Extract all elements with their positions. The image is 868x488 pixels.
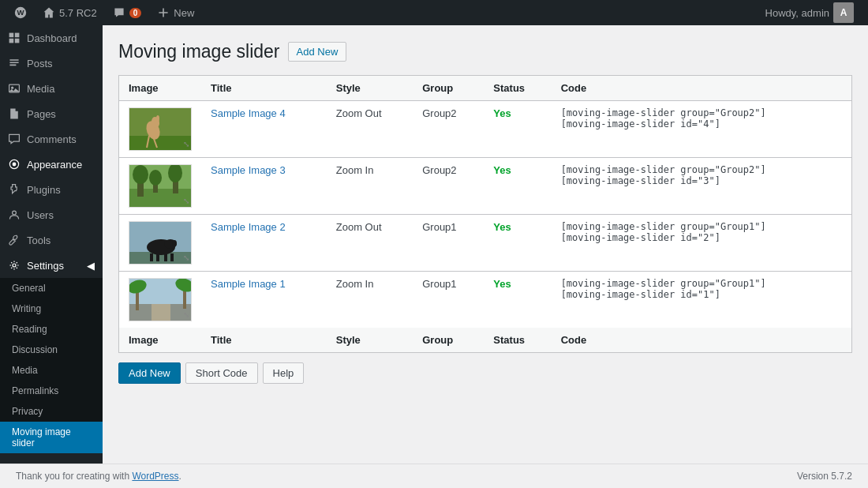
help-button[interactable]: Help [263,362,305,384]
new-label: New [174,7,194,19]
short-code-button[interactable]: Short Code [185,362,258,384]
group-cell-4: Group1 [413,272,484,328]
site-name-item[interactable]: 5.7 RC2 [35,0,105,25]
wp-footer: Thank you for creating with WordPress. V… [0,464,868,488]
svg-rect-33 [156,253,159,261]
sidebar-sub-writing[interactable]: Writing [0,298,103,319]
sub-label-permalinks: Permalinks [12,385,58,396]
svg-rect-4 [9,39,14,43]
comment-icon [113,6,125,19]
sidebar-label-comments: Comments [27,133,77,145]
status-cell-2: Yes [484,158,551,215]
settings-arrow: ◀ [87,260,95,272]
sidebar-sub-media[interactable]: Media [0,360,103,381]
new-item[interactable]: New [149,0,202,25]
sub-label-general: General [12,283,46,294]
col-footer-title: Title [201,328,327,353]
svg-rect-5 [15,39,20,43]
sidebar-item-appearance[interactable]: Appearance [0,152,103,177]
footer-version: Version 5.7.2 [797,471,852,482]
footer-thank-text: Thank you for creating with [16,471,132,482]
add-new-header-button[interactable]: Add New [288,42,347,62]
items-table: Image Title Style Group Status Code ⤡ Sa… [118,75,852,353]
status-cell-4: Yes [484,272,551,328]
sidebar-label-tools: Tools [27,235,51,246]
sidebar-sub-permalinks[interactable]: Permalinks [0,381,103,401]
title-cell-4: Sample Image 1 [201,272,327,328]
svg-rect-32 [150,253,153,261]
col-footer-style: Style [327,328,413,353]
sidebar-label-media: Media [27,83,54,95]
col-footer-code: Code [552,328,852,353]
settings-submenu: General Writing Reading Discussion Media… [0,278,103,453]
group-cell-2: Group2 [413,158,484,215]
svg-rect-3 [15,33,20,38]
sidebar-sub-privacy[interactable]: Privacy [0,401,103,422]
svg-point-7 [11,87,13,89]
comments-icon [8,133,21,145]
content-area: Moving image slider Add New Image Title … [103,25,868,464]
sidebar-item-posts[interactable]: Posts [0,51,103,76]
sidebar-item-tools[interactable]: Tools [0,227,103,253]
site-version-label: 5.7 RC2 [59,7,97,19]
wordpress-link[interactable]: WordPress [132,471,178,482]
plugins-icon [8,183,21,196]
svg-point-36 [172,240,177,246]
svg-rect-35 [170,253,174,261]
wp-logo-icon: W [14,6,27,19]
comments-item[interactable]: 0 [105,0,150,25]
status-cell-1: Yes [484,101,551,158]
action-buttons: Add New Short Code Help [118,362,852,384]
page-title: Moving image slider [118,41,280,62]
sidebar-item-pages[interactable]: Pages [0,101,103,126]
image-cell-4: ⤡ [119,272,202,328]
title-link-1[interactable]: Sample Image 4 [211,107,286,119]
page-header: Moving image slider Add New [118,41,852,62]
main-layout: Dashboard Posts Media Pages Comments App… [0,25,868,464]
sidebar-item-plugins[interactable]: Plugins [0,177,103,202]
resize-icon-1: ⤡ [183,140,189,148]
sub-label-discussion: Discussion [12,344,58,355]
footer-thanks: Thank you for creating with WordPress. [16,471,181,482]
sidebar-sub-moving-image-slider[interactable]: Moving image slider [0,422,103,453]
dashboard-icon [8,32,21,44]
table-row: ⤡ Sample Image 1 Zoom In Group1 Yes [mov… [119,272,852,328]
table-row: ⤡ Sample Image 4 Zoom Out Group2 Yes [mo… [119,101,852,158]
settings-icon [8,259,21,272]
svg-point-25 [149,170,162,186]
group-cell-1: Group2 [413,101,484,158]
howdy-item[interactable]: Howdy, admin A [758,0,862,25]
sidebar-item-dashboard[interactable]: Dashboard [0,25,103,51]
status-yes-3: Yes [493,221,511,233]
add-new-button[interactable]: Add New [118,362,181,384]
title-link-2[interactable]: Sample Image 3 [211,164,286,176]
home-icon [43,6,55,19]
title-cell-2: Sample Image 3 [201,158,327,215]
status-cell-3: Yes [484,215,551,272]
image-cell-3: ⤡ [119,215,202,272]
sidebar-sub-discussion[interactable]: Discussion [0,340,103,360]
sidebar-item-comments[interactable]: Comments [0,126,103,152]
sub-label-writing: Writing [12,303,41,314]
resize-icon-3: ⤡ [183,253,189,262]
sidebar-item-settings[interactable]: Settings ◀ [0,253,103,278]
sidebar-item-media[interactable]: Media [0,76,103,101]
style-cell-1: Zoom Out [327,101,413,158]
table-footer-row: Image Title Style Group Status Code [119,328,852,353]
title-link-4[interactable]: Sample Image 1 [211,278,286,290]
title-cell-1: Sample Image 4 [201,101,327,158]
svg-text:W: W [17,8,24,17]
status-yes-4: Yes [493,278,511,290]
sidebar-sub-general[interactable]: General [0,278,103,298]
wp-logo-item[interactable]: W [6,0,35,25]
style-cell-3: Zoom Out [327,215,413,272]
code-cell-2: [moving-image-slider group="Group2"][mov… [552,158,852,215]
title-link-3[interactable]: Sample Image 2 [211,221,286,233]
table-row: ⤡ Sample Image 2 Zoom Out Group1 Yes [mo… [119,215,852,272]
sidebar-label-plugins: Plugins [27,184,61,196]
col-header-style: Style [327,76,413,101]
table-row: ⤡ Sample Image 3 Zoom In Group2 Yes [mov… [119,158,852,215]
sidebar-sub-reading[interactable]: Reading [0,319,103,340]
col-footer-status: Status [484,328,551,353]
sidebar-item-users[interactable]: Users [0,202,103,227]
